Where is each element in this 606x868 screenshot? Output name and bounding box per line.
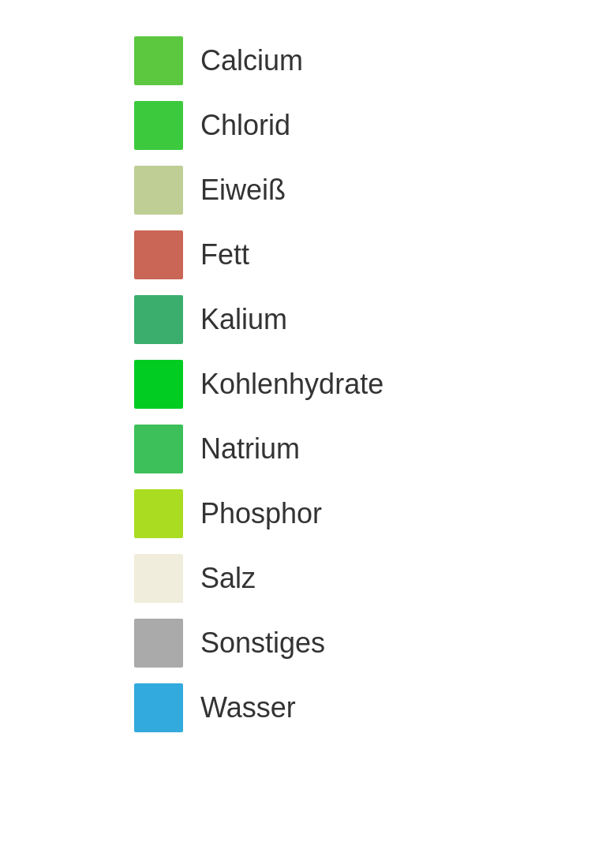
legend-item-natrium[interactable]: Natrium <box>134 420 383 478</box>
legend-color-fett <box>134 230 183 279</box>
legend-color-kalium <box>134 295 183 344</box>
legend-container: CalciumChloridEiweißFettKaliumKohlenhydr… <box>134 32 383 737</box>
legend-color-calcium <box>134 36 183 85</box>
legend-label-sonstiges: Sonstiges <box>200 627 325 660</box>
legend-item-fett[interactable]: Fett <box>134 226 383 284</box>
legend-label-phosphor: Phosphor <box>200 497 322 530</box>
legend-color-kohlenhydrate <box>134 360 183 409</box>
legend-color-salz <box>134 554 183 603</box>
legend-item-calcium[interactable]: Calcium <box>134 32 383 90</box>
legend-item-salz[interactable]: Salz <box>134 549 383 608</box>
legend-item-wasser[interactable]: Wasser <box>134 679 383 737</box>
legend-color-natrium <box>134 425 183 473</box>
legend-label-fett: Fett <box>200 238 249 271</box>
legend-item-kalium[interactable]: Kalium <box>134 290 383 349</box>
legend-item-eiweiss[interactable]: Eiweiß <box>134 161 383 219</box>
legend-label-kalium: Kalium <box>200 303 287 336</box>
legend-color-chlorid <box>134 101 183 150</box>
legend-item-chlorid[interactable]: Chlorid <box>134 96 383 155</box>
legend-color-sonstiges <box>134 619 183 668</box>
legend-label-salz: Salz <box>200 562 256 595</box>
legend-label-natrium: Natrium <box>200 432 300 466</box>
legend-label-calcium: Calcium <box>200 44 303 77</box>
legend-color-eiweiss <box>134 166 183 215</box>
legend-item-sonstiges[interactable]: Sonstiges <box>134 614 383 672</box>
legend-item-phosphor[interactable]: Phosphor <box>134 485 383 543</box>
legend-label-wasser: Wasser <box>200 691 296 724</box>
legend-item-kohlenhydrate[interactable]: Kohlenhydrate <box>134 355 383 413</box>
legend-label-eiweiss: Eiweiß <box>200 174 286 207</box>
legend-label-kohlenhydrate: Kohlenhydrate <box>200 368 383 401</box>
legend-color-wasser <box>134 683 183 732</box>
legend-label-chlorid: Chlorid <box>200 109 290 142</box>
legend-color-phosphor <box>134 489 183 538</box>
